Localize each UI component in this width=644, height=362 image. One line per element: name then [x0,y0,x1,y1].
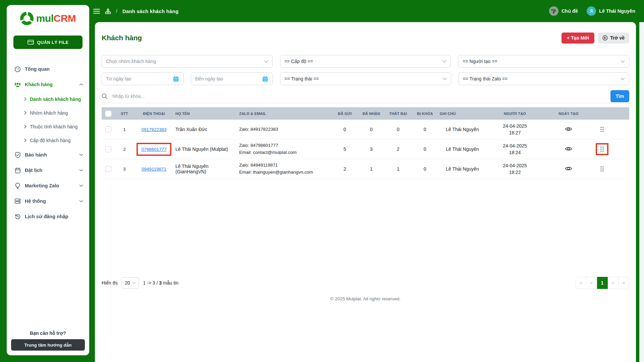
sidebar-subitem-customer-groups[interactable]: Nhóm khách hàng [7,106,89,120]
calendar-icon [262,76,268,82]
status-select[interactable]: == Trạng thái == [280,72,451,85]
phone-link[interactable]: 0798601777 [137,143,171,156]
search-button[interactable]: Tìm [610,90,629,102]
page-button-active[interactable]: 1 [597,277,608,289]
search-input[interactable] [112,94,606,99]
user-menu[interactable]: Lê Thái Nguyên [587,6,635,16]
zalo-id: Zalo: 84917822383 [239,126,330,133]
date-to-input[interactable]: Đến ngày tạo [191,72,273,85]
date-from-input[interactable]: Từ ngày tạo [102,72,183,85]
sidebar-subitem-label: Cấp độ khách hàng [30,138,70,143]
breadcrumb-separator: / [116,8,117,14]
table-row: 3 0949119871 Lê Thái Nguyên (GianHangVN)… [102,159,629,179]
col-creator: NGƯỜI TẠO [486,112,543,116]
sidebar-item-system[interactable]: Hệ thống [7,193,89,209]
view-button[interactable] [565,126,572,132]
select-all-checkbox[interactable] [105,111,111,117]
sitemap-icon[interactable] [105,8,111,14]
sidebar-item-label: Bảo hành [25,152,47,158]
hamburger-menu-icon[interactable] [93,9,100,14]
email-address: Email: thainguyen@gianhangvn.com [239,169,330,176]
sidebar-item-customers[interactable]: Khách hàng [7,77,89,92]
col-zalo-email: ZALO & EMAIL [238,112,332,116]
phone-link[interactable]: 0949119871 [137,163,171,176]
server-icon [14,198,21,204]
chevron-down-icon [264,60,268,63]
page-button[interactable]: « [576,277,586,289]
back-button[interactable]: Trở về [598,33,629,44]
creator-select[interactable]: == Người tạo == [458,55,629,68]
sidebar-subitem-customer-list[interactable]: Danh sách khách hàng [7,92,89,106]
sidebar-subitem-customer-levels[interactable]: Cấp độ khách hàng [7,133,89,147]
row-actions-handle[interactable] [596,143,608,155]
created-time: 18:22 [509,169,521,176]
sent-count: 2 [332,166,358,172]
chevron-down-icon [79,154,83,156]
view-button[interactable] [565,166,572,171]
row-actions-handle[interactable] [596,163,608,175]
display-label: Hiển thị [102,280,117,286]
row-actions-handle[interactable] [596,123,608,135]
phone-link[interactable]: 0917822383 [137,123,171,136]
breadcrumb: Danh sách khách hàng [122,8,178,14]
creator-name: Lê Thái Nguyên [438,166,486,172]
row-checkbox[interactable] [105,126,111,132]
created-date: 24-04-2025 [503,142,527,149]
sidebar-item-label: Hệ thống [25,198,46,204]
shield-check-icon [14,152,21,158]
chevron-down-icon [79,184,83,187]
customer-group-select[interactable]: Chọn nhóm khách hàng [102,55,273,68]
pagination: Hiển thị 20 1 -> 3 / 3 mẫu tin «<1>» [102,277,629,289]
record-range: 1 -> 3 / 3 mẫu tin [143,280,178,286]
chevron-down-icon [621,77,625,80]
col-created: NGÀY TẠO [543,112,594,116]
scrollbar-track[interactable] [639,22,644,362]
row-index: 3 [115,167,134,172]
theme-switcher[interactable]: Chủ đề [549,6,578,16]
sidebar-item-zalo-marketing[interactable]: Marketing Zalo [7,178,89,193]
sidebar-item-booking[interactable]: Đặt lịch [7,163,89,178]
failed-count: 0 [385,127,412,132]
customer-name: Lê Thái Nguyên (GianHangVN) [174,164,238,174]
row-checkbox[interactable] [105,146,111,152]
level-select[interactable]: == Cấp độ == [280,55,451,68]
zalo-status-select[interactable]: == Trạng thái Zalo == [459,72,630,85]
help-center-button[interactable]: Trung tâm hướng dẫn [11,339,85,351]
locked-count: 0 [412,146,438,152]
sidebar-item-label: Lịch sử đăng nhập [25,214,68,219]
page-button[interactable]: < [586,277,597,289]
file-manager-button[interactable]: QUẢN LÝ FILE [13,36,83,49]
view-button[interactable] [565,146,572,152]
received-count: 0 [358,127,385,132]
page-title: Khách hàng [102,34,142,42]
file-manager-label: QUẢN LÝ FILE [37,40,69,45]
sidebar-item-login-history[interactable]: Lịch sử đăng nhập [7,209,89,224]
page-button[interactable]: » [619,277,629,289]
row-checkbox[interactable] [105,166,111,172]
create-new-button[interactable]: + Tạo Mới [561,33,594,44]
sidebar-item-warranty[interactable]: Bảo hành [7,147,89,163]
col-received: ĐÃ NHẬN [358,112,385,116]
lightbulb-icon [14,183,21,189]
col-sent: ĐÃ GỬI [332,112,358,116]
chevron-down-icon [79,200,83,202]
creator-name: Lê Thái Nguyên [438,127,486,132]
col-phone: ĐIỆN THOẠI [134,112,174,116]
logo-text: mulCRM [36,13,76,24]
sidebar-item-overview[interactable]: Tổng quan [7,61,89,77]
page-size-select[interactable]: 20 [121,277,139,289]
sidebar-subitem-customer-attributes[interactable]: Thuộc tính khách hàng [7,120,89,133]
chevron-right-icon [24,138,26,142]
table-row: 2 0798601777 Lê Thái Nguyên (Mulplat) Za… [102,139,629,159]
calendar-icon [173,76,179,82]
failed-count: 1 [385,166,412,172]
locked-count: 0 [412,166,438,172]
created-time: 18:24 [509,149,521,156]
created-date: 24-04-2025 [503,123,527,129]
page-button[interactable]: > [608,277,619,289]
sidebar-subitem-label: Thuộc tính khách hàng [30,124,77,129]
sidebar-subitem-label: Nhóm khách hàng [30,110,68,116]
chevron-down-icon [442,77,447,80]
creator-name: Lê Thái Nguyên [438,146,486,152]
user-name: Lê Thái Nguyên [599,8,635,14]
